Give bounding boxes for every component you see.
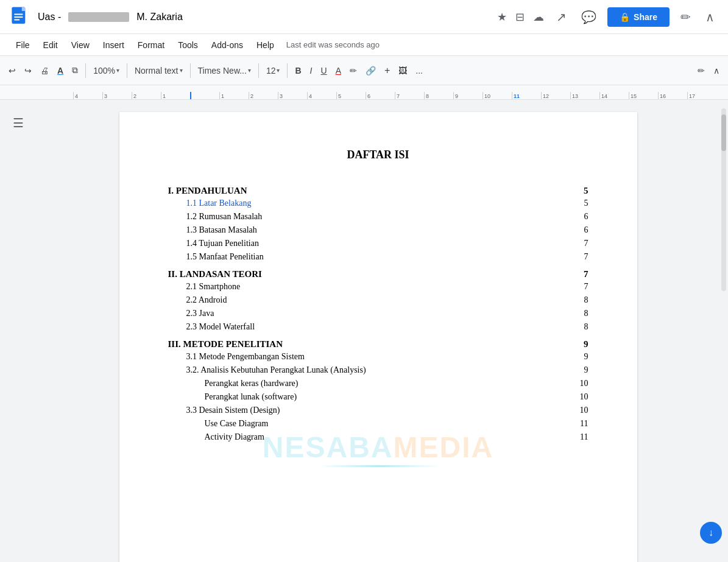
toc-entry-3-3: 3.3 Desain Sistem (Design) 10 xyxy=(168,406,588,415)
style-chevron: ▾ xyxy=(180,67,183,74)
comment-add-button[interactable]: + xyxy=(381,61,394,80)
toc-entry-3-3b: Activity Diagram 11 xyxy=(168,432,588,442)
copy-format-button[interactable]: ⧉ xyxy=(68,61,82,80)
trend-button[interactable]: ↗ xyxy=(553,6,570,28)
toc-label-3-1: 3.1 Metode Pengembangan Sistem xyxy=(186,352,305,362)
toolbar-collapse-button[interactable]: ∧ xyxy=(710,61,723,80)
menu-file[interactable]: File xyxy=(10,38,36,52)
paint-format-button[interactable]: A xyxy=(54,61,67,80)
toc-page-3-2b: 10 xyxy=(580,392,588,402)
drive-button[interactable]: ⊟ xyxy=(513,8,527,26)
main-area: ☰ NESABAMEDIA DAFTAR ISI I. PENDAHULUAN … xyxy=(0,100,728,562)
doc-area[interactable]: NESABAMEDIA DAFTAR ISI I. PENDAHULUAN 5 … xyxy=(37,100,719,562)
toc-entry-3-1: 3.1 Metode Pengembangan Sistem 9 xyxy=(168,352,588,362)
zoom-select[interactable]: 100% ▾ xyxy=(90,61,123,80)
image-button[interactable]: 🖼 xyxy=(395,61,411,80)
toc-entry-1-5: 1.5 Manfaat Penelitian 7 xyxy=(168,252,588,262)
toc-heading-1-page: 5 xyxy=(584,186,588,196)
ruler-mark: 10 xyxy=(482,92,512,99)
toc-page-3-1: 9 xyxy=(584,352,588,362)
toc-heading-2-page: 7 xyxy=(584,269,588,279)
svg-rect-3 xyxy=(14,13,23,15)
font-chevron: ▾ xyxy=(248,67,251,74)
toc-label-3-2a: Perangkat keras (hardware) xyxy=(205,379,299,388)
separator-2 xyxy=(127,63,127,78)
share-button[interactable]: 🔒 Share xyxy=(607,7,670,27)
toc-heading-1: I. PENDAHULUAN 5 xyxy=(168,186,588,196)
toc-label-1-3: 1.3 Batasan Masalah xyxy=(186,225,257,235)
toc-entry-3-2b: Perangkat lunak (software) 10 xyxy=(168,392,588,402)
menu-bar: File Edit View Insert Format Tools Add-o… xyxy=(0,34,728,56)
ruler-marks: 4 3 2 1 1 2 3 4 5 6 7 8 9 10 11 12 13 14… xyxy=(61,85,716,99)
toc-label-3-2: 3.2. Analisis Kebutuhan Perangkat Lunak … xyxy=(186,365,366,375)
comment-button[interactable]: 💬 xyxy=(578,6,600,28)
toc-page-1-3: 6 xyxy=(584,225,588,235)
toc-entry-1-2: 1.2 Rumusan Masalah 6 xyxy=(168,212,588,222)
zoom-chevron: ▾ xyxy=(116,67,119,74)
toc-page-3-2: 9 xyxy=(584,365,588,375)
edit-icon-button[interactable]: ✏ xyxy=(677,6,694,28)
ruler-mark: 12 xyxy=(541,92,570,99)
star-button[interactable]: ★ xyxy=(495,8,509,26)
scroll-to-end-button[interactable]: ↓ xyxy=(700,522,722,544)
italic-button[interactable]: I xyxy=(306,61,316,80)
collapse-button[interactable]: ∧ xyxy=(702,6,718,28)
separator-4 xyxy=(258,63,259,78)
menu-edit[interactable]: Edit xyxy=(37,38,64,52)
outline-icon[interactable]: ☰ xyxy=(9,112,27,134)
toc-heading-1-label: I. PENDAHULUAN xyxy=(168,186,247,196)
menu-insert[interactable]: Insert xyxy=(97,38,130,52)
redo-button[interactable]: ↪ xyxy=(21,61,35,80)
app-icon xyxy=(10,6,32,28)
highlight-button[interactable]: ✏ xyxy=(346,61,361,80)
toc-page-1-4: 7 xyxy=(584,239,588,248)
menu-tools[interactable]: Tools xyxy=(172,38,204,52)
ruler-mark: 5 xyxy=(336,92,366,99)
toc-label-2-4: 2.3 Model Waterfall xyxy=(186,322,255,332)
font-color-button[interactable]: A xyxy=(332,61,345,80)
toc-entry-1-3: 1.3 Batasan Masalah 6 xyxy=(168,225,588,235)
ruler-mark: 6 xyxy=(366,92,395,99)
title-redacted xyxy=(68,12,129,22)
ruler: 4 3 2 1 1 2 3 4 5 6 7 8 9 10 11 12 13 14… xyxy=(0,85,728,100)
toc-label-3-3a: Use Case Diagram xyxy=(205,419,269,429)
menu-addons[interactable]: Add-ons xyxy=(205,38,249,52)
document-title: DAFTAR ISI xyxy=(168,149,588,161)
ruler-mark: 7 xyxy=(395,92,424,99)
print-button[interactable]: 🖨 xyxy=(37,61,52,80)
toc-page-1-1: 5 xyxy=(584,198,588,208)
toc-page-3-3a: 11 xyxy=(580,419,588,429)
toc-page-1-2: 6 xyxy=(584,212,588,222)
menu-view[interactable]: View xyxy=(65,38,96,52)
toc-heading-2-label: II. LANDASAN TEORI xyxy=(168,269,262,279)
toc-entry-2-4: 2.3 Model Waterfall 8 xyxy=(168,322,588,332)
menu-format[interactable]: Format xyxy=(132,38,171,52)
ruler-mark: 15 xyxy=(629,92,658,99)
style-select[interactable]: Normal text ▾ xyxy=(131,61,186,80)
underline-button[interactable]: U xyxy=(317,61,331,80)
toc-label-2-1: 2.1 Smartphone xyxy=(186,282,241,292)
scrollbar-thumb[interactable] xyxy=(721,114,726,151)
toc-section-2: II. LANDASAN TEORI 7 2.1 Smartphone 7 2.… xyxy=(168,269,588,332)
ruler-mark: 1 xyxy=(219,92,249,99)
toc-link-1-1[interactable]: 1.1 Latar Belakang xyxy=(186,198,252,208)
toc-label-2-2: 2.2 Android xyxy=(186,295,227,305)
more-button[interactable]: ... xyxy=(412,61,426,80)
toc-heading-2: II. LANDASAN TEORI 7 xyxy=(168,269,588,279)
link-button[interactable]: 🔗 xyxy=(362,61,380,80)
ruler-mark: 8 xyxy=(424,92,453,99)
size-select[interactable]: 12 ▾ xyxy=(263,61,284,80)
menu-help[interactable]: Help xyxy=(250,38,280,52)
scrollbar-track[interactable] xyxy=(721,108,726,291)
font-select[interactable]: Times New... ▾ xyxy=(194,61,255,80)
ruler-mark: 1 xyxy=(161,92,190,99)
watermark-line xyxy=(317,465,439,467)
toc-label-3-2b: Perangkat lunak (software) xyxy=(205,392,297,402)
toolbar-edit-button[interactable]: ✏ xyxy=(694,61,709,80)
cloud-button[interactable]: ☁ xyxy=(531,8,546,26)
ruler-mark: 2 xyxy=(249,92,278,99)
undo-button[interactable]: ↩ xyxy=(5,61,19,80)
toc-page-2-1: 7 xyxy=(584,282,588,292)
bold-button[interactable]: B xyxy=(291,61,305,80)
size-value: 12 xyxy=(266,66,276,76)
